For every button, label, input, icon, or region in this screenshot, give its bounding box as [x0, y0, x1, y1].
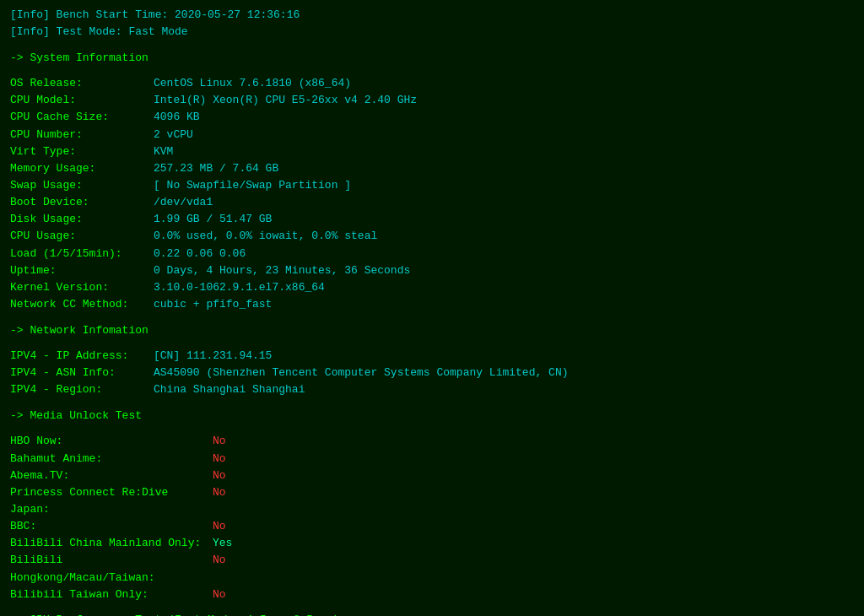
table-row: IPV4 - Region:China Shanghai Shanghai — [10, 381, 854, 398]
field-value: Intel(R) Xeon(R) CPU E5-26xx v4 2.40 GHz — [154, 92, 417, 109]
field-value: 0.22 0.06 0.06 — [154, 246, 246, 262]
field-value: 257.23 MB / 7.64 GB — [154, 160, 278, 177]
field-label: Network CC Method: — [10, 296, 154, 313]
field-value: 2 vCPU — [154, 127, 193, 143]
field-value: Yes — [213, 535, 232, 552]
info-bench-start: [Info] Bench Start Time: 2020-05-27 12:3… — [10, 7, 854, 24]
table-row: BBC:No — [10, 518, 854, 535]
field-value: [ No Swapfile/Swap Partition ] — [154, 177, 351, 194]
table-row: Memory Usage:257.23 MB / 7.64 GB — [10, 160, 854, 177]
table-row: Princess Connect Re:Dive Japan:No — [10, 484, 854, 518]
field-value: No — [213, 552, 226, 586]
field-value: cubic + pfifo_fast — [154, 296, 272, 313]
table-row: Swap Usage:[ No Swapfile/Swap Partition … — [10, 177, 854, 194]
field-label: Load (1/5/15min): — [10, 246, 154, 262]
table-row: HBO Now:No — [10, 433, 854, 450]
field-label: Princess Connect Re:Dive Japan: — [10, 484, 213, 518]
field-value: 0 Days, 4 Hours, 23 Minutes, 36 Seconds — [154, 262, 410, 279]
table-row: CPU Number:2 vCPU — [10, 127, 854, 143]
field-value: No — [213, 467, 226, 484]
field-value: 4096 KB — [154, 109, 200, 126]
field-label: Memory Usage: — [10, 160, 154, 177]
cpu-perf-header: -> CPU Performance Test (Fast Mode, 1-Pa… — [10, 612, 854, 616]
field-value: 1.99 GB / 51.47 GB — [154, 211, 272, 228]
table-row: Disk Usage:1.99 GB / 51.47 GB — [10, 211, 854, 228]
field-label: Boot Device: — [10, 194, 154, 211]
field-value: 3.10.0-1062.9.1.el7.x86_64 — [154, 279, 325, 296]
table-row: Network CC Method:cubic + pfifo_fast — [10, 296, 854, 313]
field-label: Uptime: — [10, 262, 154, 279]
table-row: Bilibili Taiwan Only:No — [10, 586, 854, 603]
media-fields: HBO Now:NoBahamut Anime:NoAbema.TV:NoPri… — [10, 433, 854, 602]
table-row: Kernel Version:3.10.0-1062.9.1.el7.x86_6… — [10, 279, 854, 296]
field-label: BiliBili Hongkong/Macau/Taiwan: — [10, 552, 213, 586]
system-fields: OS Release:CentOS Linux 7.6.1810 (x86_64… — [10, 75, 854, 313]
table-row: Virt Type:KVM — [10, 143, 854, 160]
table-row: CPU Usage:0.0% used, 0.0% iowait, 0.0% s… — [10, 228, 854, 245]
field-value: No — [213, 586, 226, 603]
field-label: CPU Number: — [10, 127, 154, 143]
field-label: Kernel Version: — [10, 279, 154, 296]
info-test-mode: [Info] Test Mode: Fast Mode — [10, 24, 854, 41]
field-label: Disk Usage: — [10, 211, 154, 228]
field-label: CPU Model: — [10, 92, 154, 109]
field-label: IPV4 - IP Address: — [10, 348, 154, 365]
table-row: Load (1/5/15min):0.22 0.06 0.06 — [10, 246, 854, 262]
table-row: BiliBili Hongkong/Macau/Taiwan:No — [10, 552, 854, 586]
field-label: HBO Now: — [10, 433, 213, 450]
field-value: No — [213, 484, 226, 518]
table-row: Bahamut Anime:No — [10, 451, 854, 467]
field-label: Bahamut Anime: — [10, 451, 213, 467]
terminal-output: [Info] Bench Start Time: 2020-05-27 12:3… — [10, 7, 854, 616]
field-value: 0.0% used, 0.0% iowait, 0.0% steal — [154, 228, 377, 245]
field-label: CPU Usage: — [10, 228, 154, 245]
field-value: KVM — [154, 143, 173, 160]
field-value: No — [213, 451, 226, 467]
network-fields: IPV4 - IP Address:[CN] 111.231.94.15IPV4… — [10, 348, 854, 398]
table-row: OS Release:CentOS Linux 7.6.1810 (x86_64… — [10, 75, 854, 92]
field-label: BiliBili China Mainland Only: — [10, 535, 213, 552]
field-value: No — [213, 518, 226, 535]
field-label: BBC: — [10, 518, 213, 535]
field-value: CentOS Linux 7.6.1810 (x86_64) — [154, 75, 351, 92]
field-label: Abema.TV: — [10, 467, 213, 484]
table-row: CPU Model:Intel(R) Xeon(R) CPU E5-26xx v… — [10, 92, 854, 109]
table-row: IPV4 - ASN Info:AS45090 (Shenzhen Tencen… — [10, 365, 854, 381]
field-value: [CN] 111.231.94.15 — [154, 348, 272, 365]
table-row: IPV4 - IP Address:[CN] 111.231.94.15 — [10, 348, 854, 365]
table-row: BiliBili China Mainland Only:Yes — [10, 535, 854, 552]
field-value: No — [213, 433, 226, 450]
field-label: Bilibili Taiwan Only: — [10, 586, 213, 603]
field-value: China Shanghai Shanghai — [154, 381, 305, 398]
table-row: Uptime:0 Days, 4 Hours, 23 Minutes, 36 S… — [10, 262, 854, 279]
field-value: AS45090 (Shenzhen Tencent Computer Syste… — [154, 365, 568, 381]
media-header: -> Media Unlock Test — [10, 408, 854, 424]
table-row: CPU Cache Size:4096 KB — [10, 109, 854, 126]
table-row: Abema.TV:No — [10, 467, 854, 484]
system-header: -> System Information — [10, 50, 854, 67]
field-value: /dev/vda1 — [154, 194, 213, 211]
field-label: IPV4 - ASN Info: — [10, 365, 154, 381]
field-label: IPV4 - Region: — [10, 381, 154, 398]
table-row: Boot Device:/dev/vda1 — [10, 194, 854, 211]
field-label: Swap Usage: — [10, 177, 154, 194]
field-label: Virt Type: — [10, 143, 154, 160]
field-label: OS Release: — [10, 75, 154, 92]
network-header: -> Network Infomation — [10, 322, 854, 339]
field-label: CPU Cache Size: — [10, 109, 154, 126]
